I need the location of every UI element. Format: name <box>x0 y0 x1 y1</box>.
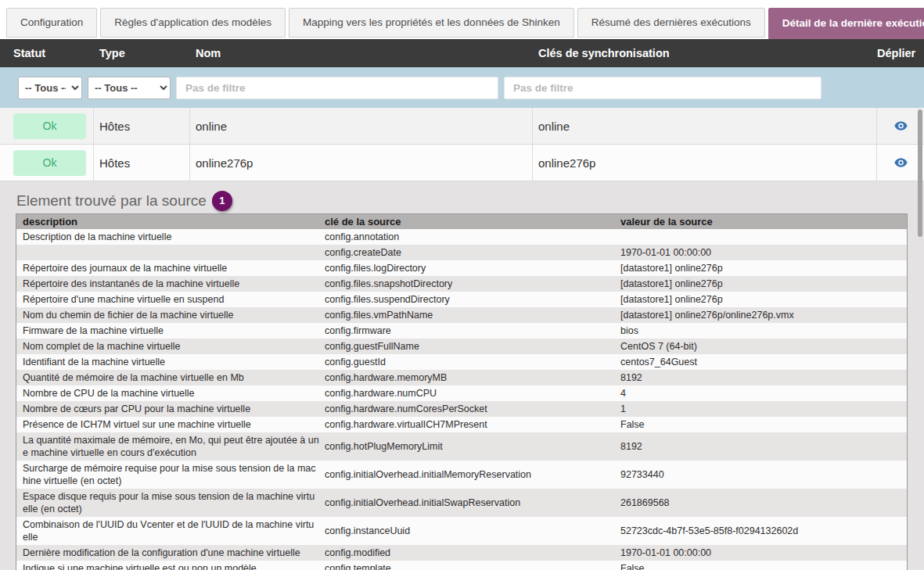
source-row: Identifiant de la machine virtuelleconfi… <box>16 354 907 370</box>
cles-cell: online <box>533 108 877 144</box>
source-element-section: Element trouvé par la source 1 descripti… <box>0 181 924 570</box>
status-badge: Ok <box>13 113 86 139</box>
description-cell: Indique si une machine virtuelle est ou … <box>16 561 325 570</box>
tab-mapping-vers-les-propri-t-s-et-les-donn-es-de-shinken[interactable]: Mapping vers les propriétés et les donné… <box>289 8 574 38</box>
source-row: Surcharge de mémoire requise pour la mis… <box>16 461 907 489</box>
tab-r-sum-des-derni-res-ex-cutions[interactable]: Résumé des dernières exécutions <box>577 8 765 38</box>
description-cell: La quantité maximale de mémoire, en Mo, … <box>16 432 325 461</box>
nom-cell: online276p <box>190 145 533 181</box>
source-value-cell: bios <box>620 323 907 339</box>
source-value-cell: 4 <box>620 385 907 401</box>
source-row: Combinaison de l'UUID du Vcenter et de l… <box>16 517 907 545</box>
source-value-cell: centos7_64Guest <box>620 354 907 370</box>
source-key-cell: config.annotation <box>325 229 620 245</box>
source-row: config.createDate1970-01-01 00:00:00 <box>16 245 907 260</box>
source-key-cell: config.files.snapshotDirectory <box>325 276 620 292</box>
table-row: OkHôtesonlineonline <box>0 108 924 145</box>
source-key-cell: config.createDate <box>325 245 620 260</box>
source-value-cell: 261869568 <box>620 495 907 511</box>
source-value-cell: 8192 <box>620 439 907 454</box>
source-value-cell: 8192 <box>620 370 907 385</box>
source-value-cell: False <box>620 561 907 570</box>
description-cell: Nombre de cœurs par CPU pour la machine … <box>16 401 325 417</box>
source-key-cell: config.initialOverhead.initialMemoryRese… <box>325 467 620 482</box>
status-filter-select[interactable]: -- Tous -- <box>18 77 82 99</box>
source-value-cell: 52723cdc-4b7f-53e5-85f8-f0294132602d <box>620 523 907 539</box>
source-key-cell: config.guestId <box>325 354 620 370</box>
source-key-cell: config.firmware <box>325 323 620 339</box>
source-row: Répertoire des journaux de la machine vi… <box>16 260 907 276</box>
source-key-cell: config.hardware.memoryMB <box>325 370 620 385</box>
column-header-source-value: valeur de la source <box>620 216 907 228</box>
source-key-cell: config.modified <box>325 545 620 561</box>
column-header-source-key: clé de la source <box>325 216 620 228</box>
source-key-cell: config.hardware.virtualICH7MPresent <box>325 417 620 432</box>
vertical-scrollbar-thumb[interactable] <box>918 109 922 237</box>
grid-body: OkHôtesonlineonlineOkHôtesonline276ponli… <box>0 108 924 181</box>
source-row: Répertoire d'une machine virtuelle en su… <box>16 292 907 307</box>
table-row: OkHôtesonline276ponline276p <box>0 145 924 181</box>
sync-admin-app: ConfigurationRègles d'application des mo… <box>0 0 924 570</box>
type-cell: Hôtes <box>94 108 190 144</box>
count-badge: 1 <box>212 191 232 211</box>
view-details-button[interactable] <box>887 153 914 172</box>
description-cell: Répertoire des journaux de la machine vi… <box>16 260 325 276</box>
source-key-cell: config.guestFullName <box>325 339 620 354</box>
source-value-cell: False <box>620 417 907 432</box>
source-row: Indique si une machine virtuelle est ou … <box>16 561 907 570</box>
source-row: Description de la machine virtuelleconfi… <box>16 229 907 245</box>
cles-cell: online276p <box>533 145 877 181</box>
source-value-cell: CentOS 7 (64-bit) <box>620 339 907 354</box>
description-cell: Nom du chemin de fichier de la machine v… <box>16 307 325 323</box>
source-value-cell: 1970-01-01 00:00:00 <box>620 545 907 561</box>
eye-icon <box>894 121 908 131</box>
source-row: Quantité de mémoire de la machine virtue… <box>16 370 907 385</box>
column-header-cles: Clés de synchronisation <box>533 47 877 59</box>
source-row: Nombre de CPU de la machine virtuellecon… <box>16 385 907 401</box>
description-cell: Répertoire d'une machine virtuelle en su… <box>16 292 325 307</box>
deplier-cell <box>877 145 924 181</box>
source-row: Présence de ICH7M virtuel sur une machin… <box>16 417 907 432</box>
description-cell: Combinaison de l'UUID du Vcenter et de l… <box>16 517 325 545</box>
source-value-cell: 1 <box>620 401 907 417</box>
source-row: Dernière modification de la configuratio… <box>16 545 907 561</box>
description-cell: Quantité de mémoire de la machine virtue… <box>16 370 325 385</box>
source-value-cell: [datastore1] online276p <box>620 276 907 292</box>
description-cell: Nom complet de la machine virtuelle <box>16 339 325 354</box>
section-title-row: Element trouvé par la source 1 <box>0 188 924 213</box>
description-cell: Répertoire des instantanés de la machine… <box>16 276 325 292</box>
description-cell: Firmware de la machine virtuelle <box>16 323 325 339</box>
type-filter-select[interactable]: -- Tous -- <box>88 77 171 99</box>
source-row: Firmware de la machine virtuelleconfig.f… <box>16 323 907 339</box>
cles-filter-input[interactable] <box>504 77 822 99</box>
column-header-deplier: Déplier <box>877 47 924 59</box>
section-title: Element trouvé par la source <box>16 192 207 210</box>
source-value-cell: 92733440 <box>620 467 907 482</box>
column-header-statut: Statut <box>0 47 94 59</box>
description-cell: Dernière modification de la configuratio… <box>16 545 325 561</box>
source-key-cell: config.files.vmPathName <box>325 307 620 323</box>
tab-configuration[interactable]: Configuration <box>6 8 97 38</box>
source-table: description clé de la source valeur de l… <box>16 213 908 570</box>
column-header-description: description <box>16 216 325 228</box>
column-header-nom: Nom <box>190 47 533 59</box>
tab-r-gles-d-application-des-mod-les[interactable]: Règles d'application des modèles <box>100 8 286 38</box>
source-row: Nombre de cœurs par CPU pour la machine … <box>16 401 907 417</box>
source-key-cell: config.hotPlugMemoryLimit <box>325 439 620 454</box>
view-details-button[interactable] <box>887 117 914 135</box>
source-key-cell: config.hardware.numCPU <box>325 385 620 401</box>
source-row: Nom du chemin de fichier de la machine v… <box>16 307 907 323</box>
type-cell: Hôtes <box>94 145 190 181</box>
source-key-cell: config.files.suspendDirectory <box>325 292 620 307</box>
status-cell: Ok <box>0 108 94 144</box>
source-value-cell: 1970-01-01 00:00:00 <box>620 245 907 260</box>
status-cell: Ok <box>0 145 94 181</box>
description-cell: Nombre de CPU de la machine virtuelle <box>16 385 325 401</box>
description-cell: Espace disque requis pour la mise sous t… <box>16 489 325 517</box>
tab-d-tail-de-la-derni-re-ex-cution-5[interactable]: Détail de la dernière exécution [5] <box>768 8 924 39</box>
description-cell <box>16 251 325 254</box>
nom-cell: online <box>190 108 533 144</box>
deplier-cell <box>877 108 924 144</box>
nom-filter-input[interactable] <box>176 77 498 99</box>
source-value-cell <box>620 235 907 238</box>
